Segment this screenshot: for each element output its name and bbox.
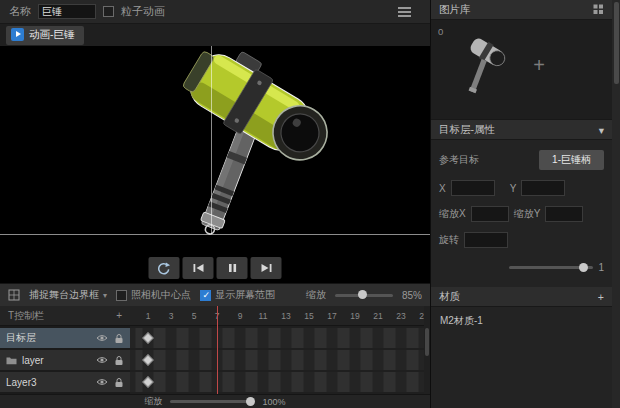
prev-frame-button[interactable] [183, 257, 214, 279]
tab-bar: 动画-巨锤 [0, 24, 430, 46]
canvas-zoom-value: 85% [402, 290, 422, 301]
app-root: 名称 粒子动画 动画-巨锤 [0, 0, 620, 408]
particle-animation-checkbox[interactable] [103, 6, 114, 17]
library-header: 图片库 [431, 0, 612, 20]
lock-icon[interactable] [114, 355, 124, 366]
loop-icon [157, 262, 172, 275]
timeline-zoom-knob[interactable] [246, 397, 255, 406]
screen-range-checkbox[interactable] [200, 290, 211, 301]
loop-button[interactable] [149, 257, 180, 279]
scale-y-label: 缩放Y [514, 207, 541, 221]
library-title: 图片库 [439, 3, 471, 17]
panel-scrollbar[interactable] [612, 0, 620, 408]
frame-number[interactable]: 11 [255, 311, 271, 321]
next-frame-button[interactable] [251, 257, 282, 279]
properties-header: 目标层-属性 ▾ [431, 120, 612, 140]
frame-number[interactable]: 13 [278, 311, 294, 321]
snap-grid-icon[interactable] [8, 289, 20, 301]
material-item[interactable]: M2材质-1 [431, 307, 612, 328]
folder-icon [6, 356, 17, 365]
menu-icon[interactable] [398, 7, 411, 17]
frame-number[interactable]: 1 [140, 311, 156, 321]
scale-x-label: 缩放X [439, 207, 466, 221]
particle-animation-label: 粒子动画 [121, 4, 165, 19]
property-slider-row: 1 [431, 262, 612, 273]
property-slider[interactable] [509, 266, 593, 269]
lock-icon[interactable] [114, 377, 124, 388]
property-slider-value: 1 [598, 262, 604, 273]
canvas-zoom-knob[interactable] [358, 290, 367, 299]
keyframe-diamond[interactable] [142, 354, 153, 365]
frame-number[interactable]: 17 [324, 311, 340, 321]
timeline-scrollbar-thumb[interactable] [425, 328, 429, 356]
timeline-grid[interactable]: 135791113151719212325 [130, 306, 424, 394]
top-bar: 名称 粒子动画 [0, 0, 430, 24]
layer-list-header: T控制栏 + [0, 306, 130, 326]
rotation-input[interactable] [464, 232, 508, 248]
add-layer-button[interactable]: + [116, 311, 122, 321]
reference-target-button[interactable]: 1-巨锤柄 [539, 150, 604, 170]
layer-panel-title: T控制栏 [8, 309, 44, 323]
frame-number[interactable]: 15 [301, 311, 317, 321]
canvas-toolbar: 捕捉舞台边界框 ▾ 照相机中心点 显示屏幕范围 缩放 85% [0, 283, 430, 306]
x-input[interactable] [451, 180, 495, 196]
frame-number[interactable]: 5 [186, 311, 202, 321]
tab-animation[interactable]: 动画-巨锤 [6, 26, 84, 45]
frame-number[interactable]: 3 [163, 311, 179, 321]
timeline-zoom-bar: 缩放 100% [0, 394, 430, 408]
panel-scrollbar-thumb[interactable] [614, 2, 619, 84]
canvas-zoom-slider[interactable] [335, 294, 393, 297]
track-row[interactable] [130, 328, 424, 348]
frame-number[interactable]: 25 [416, 311, 424, 321]
y-label: Y [510, 183, 517, 194]
frame-number[interactable]: 19 [347, 311, 363, 321]
layer-row[interactable]: 目标层 [0, 328, 130, 348]
frame-number[interactable]: 9 [232, 311, 248, 321]
material-header: 材质 + [431, 287, 612, 307]
visibility-icon[interactable] [96, 377, 108, 387]
scale-y-input[interactable] [545, 206, 583, 222]
image-library: 0 + [431, 20, 612, 120]
visibility-icon[interactable] [96, 333, 108, 343]
visibility-icon[interactable] [96, 355, 108, 365]
properties-title: 目标层-属性 [439, 123, 495, 137]
scale-x-input[interactable] [471, 206, 509, 222]
snap-mode-dropdown[interactable]: 捕捉舞台边界框 ▾ [29, 288, 107, 302]
pause-button[interactable] [217, 257, 248, 279]
name-input[interactable] [38, 4, 96, 19]
grid-view-icon[interactable] [593, 4, 604, 15]
y-input[interactable] [521, 180, 565, 196]
crosshair-horizontal [0, 234, 430, 235]
keyframe-diamond[interactable] [142, 376, 153, 387]
layer-row[interactable]: layer [0, 350, 130, 370]
lock-icon[interactable] [114, 333, 124, 344]
hammer-model[interactable] [0, 46, 430, 283]
track-row[interactable] [130, 350, 424, 370]
frame-ruler[interactable]: 135791113151719212325 [130, 306, 424, 326]
camera-center-label: 照相机中心点 [131, 288, 191, 302]
keyframe-diamond[interactable] [142, 332, 153, 343]
canvas-zoom-label: 缩放 [306, 288, 326, 302]
timeline-zoom-slider[interactable] [170, 400, 254, 403]
screen-range-label: 显示屏幕范围 [215, 288, 275, 302]
x-label: X [439, 183, 446, 194]
layer-row[interactable]: Layer3 [0, 372, 130, 392]
library-thumbnail[interactable] [457, 30, 515, 106]
position-row: X Y [431, 180, 612, 196]
playback-controls [149, 257, 282, 279]
property-slider-knob[interactable] [579, 263, 588, 272]
camera-center-checkbox[interactable] [116, 290, 127, 301]
scale-row: 缩放X 缩放Y [431, 206, 612, 222]
track-row[interactable] [130, 372, 424, 392]
material-title: 材质 [439, 290, 460, 304]
stage-canvas[interactable] [0, 46, 430, 283]
material-list: M2材质-1 [431, 307, 612, 328]
collapse-icon[interactable]: ▾ [599, 124, 604, 136]
timeline-zoom-label: 缩放 [144, 395, 162, 408]
skip-back-icon [192, 263, 204, 273]
playhead[interactable] [217, 306, 218, 394]
add-material-button[interactable]: + [598, 291, 604, 303]
frame-number[interactable]: 21 [370, 311, 386, 321]
frame-number[interactable]: 23 [393, 311, 409, 321]
add-image-button[interactable]: + [529, 56, 549, 76]
